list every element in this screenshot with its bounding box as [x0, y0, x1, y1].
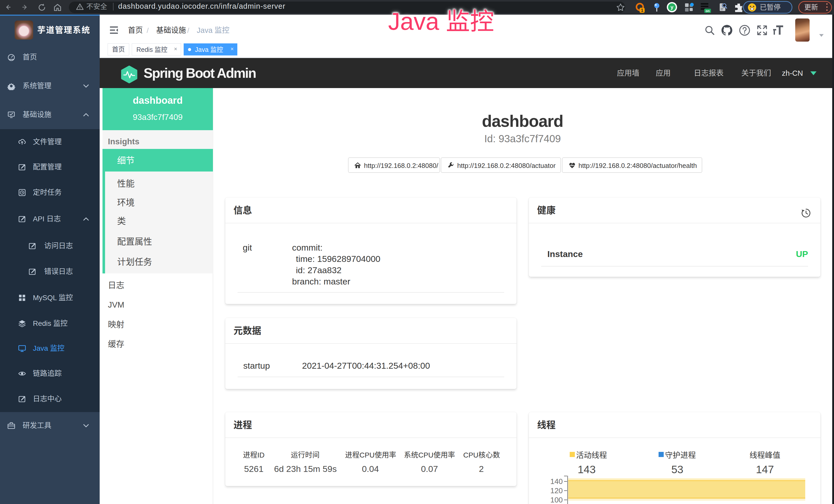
svg-text:y: y [671, 4, 674, 10]
svg-text:on: on [706, 9, 710, 13]
svg-text:1: 1 [641, 8, 643, 13]
